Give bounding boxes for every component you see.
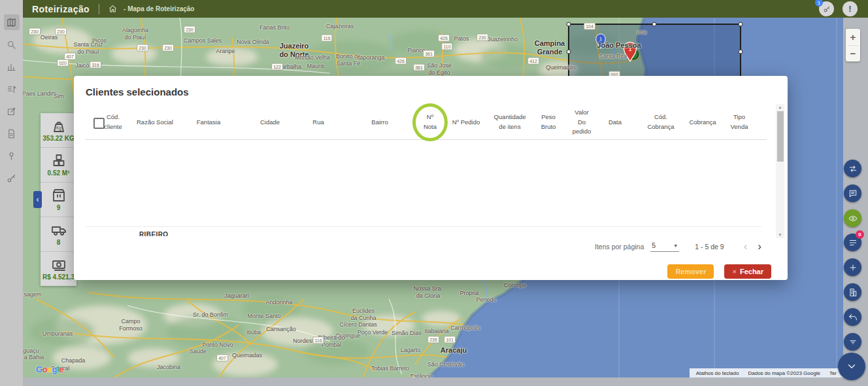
stat-value: 8 [57, 239, 61, 246]
swap-icon [848, 164, 858, 173]
fab-swap[interactable] [844, 160, 861, 177]
fab-filter[interactable] [844, 333, 861, 351]
sidebar-item-search[interactable] [4, 37, 20, 52]
sidebar-item-map[interactable] [4, 14, 20, 30]
close-button[interactable]: × Fechar [724, 264, 771, 279]
stat-volume: 0.52 M³ [41, 148, 76, 183]
alert-icon: ! [848, 4, 851, 14]
previous-page-button[interactable]: ‹ [739, 242, 753, 251]
fab-plus[interactable] [844, 258, 861, 276]
eye-icon [848, 214, 858, 223]
home-icon[interactable] [108, 5, 117, 13]
modal-actions: Remover × Fechar [667, 264, 771, 279]
stat-truck: 8 [41, 217, 76, 252]
map-zoom-control: + − [846, 29, 860, 61]
map-icon [7, 18, 16, 27]
sidebar-item-edit[interactable] [4, 103, 20, 119]
document-icon [7, 129, 16, 139]
column-header-data: Data [589, 108, 641, 137]
scrollbar-thumb[interactable] [777, 111, 784, 162]
column-header-razão-social: Razão Social [129, 108, 181, 137]
notification-badge: 1 [815, 0, 823, 7]
fab-eye[interactable] [844, 209, 861, 227]
fab-building[interactable] [844, 283, 861, 301]
google-logo[interactable]: Google [36, 364, 63, 374]
tools-button[interactable]: 1 [819, 1, 834, 16]
edit-icon [7, 107, 16, 116]
selected-clients-modal: Clientes selecionados Cód. clienteRazão … [74, 76, 788, 280]
stat-value: 0.52 M³ [48, 169, 70, 177]
column-header-tipo-venda: Tipo Venda [713, 108, 765, 137]
remove-button[interactable]: Remover [667, 264, 714, 279]
sidebar-item-pin[interactable] [4, 148, 20, 164]
list-icon [848, 238, 858, 247]
close-icon: × [732, 268, 736, 275]
sidebar-item-document[interactable] [4, 126, 20, 141]
stat-package: 9 [41, 183, 76, 217]
route-stats-panel: Kg 353.22 KG 0.52 M³ 9 8 R$ 4.521,3 [41, 113, 76, 286]
attribution-link[interactable]: Dados do mapa ©2023 Google [748, 370, 820, 376]
chevron-down-icon [846, 360, 858, 372]
column-header-fantasia: Fantasia [182, 108, 235, 137]
fab-chevron-down[interactable] [838, 353, 865, 380]
breadcrumb: - Mapa de Roteirização [124, 5, 194, 12]
table-row[interactable]: RIBEIRO [86, 230, 761, 236]
items-per-page-select[interactable]: 5 ▼ [650, 241, 679, 252]
attribution-link[interactable]: Atalhos do teclado [696, 370, 739, 376]
alerts-button[interactable]: ! [843, 1, 858, 16]
map-attribution: Atalhos do tecladoDados do mapa ©2023 Go… [690, 368, 843, 377]
zoom-out-button[interactable]: − [846, 46, 860, 62]
weight-icon: Kg [50, 118, 67, 134]
filter-icon [848, 338, 858, 347]
scroll-up-arrow[interactable]: ▲ [776, 104, 784, 111]
sidebar-item-chart[interactable] [4, 59, 20, 75]
attribution-link[interactable]: Ter [829, 370, 837, 376]
items-per-page-value: 5 [652, 241, 656, 249]
header-divider [99, 4, 99, 14]
items-per-page-label: Itens por página [595, 243, 644, 251]
page-range-label: 1 - 5 de 9 [695, 243, 724, 251]
app-header: Roteirização - Mapa de Roteirização 1! [23, 0, 868, 18]
stat-value: 9 [57, 204, 61, 211]
svg-text:Kg: Kg [56, 126, 61, 131]
search-icon [7, 40, 16, 50]
pin-icon [7, 151, 16, 161]
sidebar-item-routes[interactable] [4, 81, 20, 97]
header-rule [86, 139, 767, 140]
chevron-down-icon: ▼ [673, 243, 678, 248]
column-header-rua: Rua [292, 108, 344, 137]
building-icon [848, 288, 858, 297]
header-tools: 1! [819, 1, 858, 16]
key-icon [823, 5, 831, 13]
stat-weight: Kg 353.22 KG [41, 113, 76, 148]
chart-icon [7, 62, 16, 72]
fab-badge: 0 [856, 230, 864, 239]
fab-chat[interactable] [844, 184, 861, 202]
pagination: Itens por página 5 ▼ 1 - 5 de 9 ‹ › [595, 241, 767, 252]
money-icon [50, 257, 67, 273]
stat-value: R$ 4.521,3 [42, 273, 75, 281]
column-header-bairro: Bairro [354, 108, 406, 137]
table-scrollbar: ▲ ▼ [776, 104, 784, 238]
sidebar-item-wrench[interactable] [4, 170, 20, 186]
package-icon [50, 188, 67, 203]
next-page-button[interactable]: › [752, 242, 767, 251]
chat-icon [848, 189, 858, 198]
zoom-in-button[interactable]: + [846, 29, 860, 45]
scroll-down-arrow[interactable]: ▼ [776, 232, 784, 238]
collapse-panel-button[interactable]: ‹ [33, 191, 42, 208]
app-title: Roteirização [32, 4, 90, 14]
stat-money: R$ 4.521,3 [41, 252, 76, 286]
routes-icon [7, 84, 16, 94]
stat-value: 353.22 KG [42, 135, 74, 142]
svg-text:1: 1 [628, 45, 631, 52]
modal-title: Clientes selecionados [86, 86, 189, 97]
fab-list[interactable]: 0 [844, 234, 861, 251]
row-razao-social: RIBEIRO [139, 231, 168, 236]
wrench-icon [7, 173, 16, 183]
svg-text:1: 1 [599, 36, 602, 42]
volume-icon [50, 153, 67, 169]
left-icon-rail [0, 0, 23, 386]
plus-icon [848, 263, 858, 272]
fab-undo[interactable] [844, 308, 861, 326]
